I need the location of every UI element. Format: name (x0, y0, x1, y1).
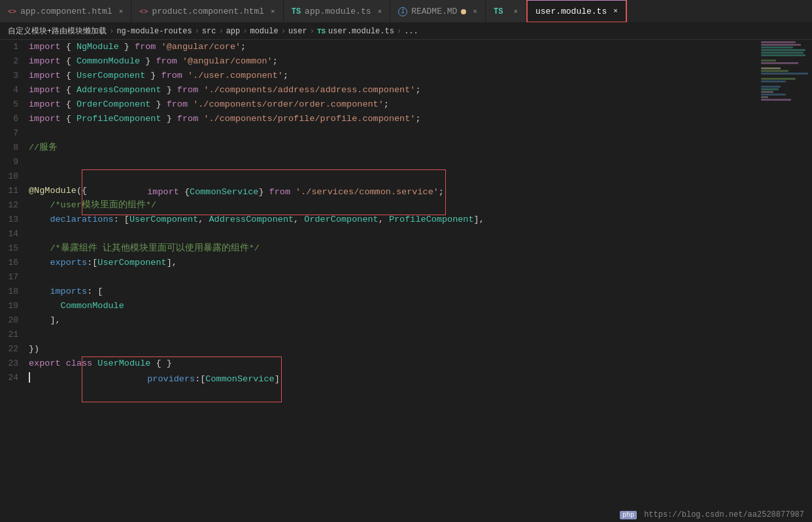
code-line: 22 }) (0, 342, 760, 357)
breadcrumb-sep: › (281, 27, 286, 36)
breadcrumb-sep: › (218, 27, 223, 36)
code-line: 16 exports:[UserComponent], (0, 256, 760, 270)
code-line: 5 import { OrderComponent } from './comp… (0, 97, 760, 112)
tab-bar: <> app.component.html × <> product.compo… (0, 0, 812, 23)
tab-user-module-ts[interactable]: user.module.ts × (526, 0, 627, 23)
line-content: import { AddressComponent } from './comp… (24, 83, 760, 97)
line-content: ], (24, 313, 760, 328)
breadcrumb-item: module (250, 27, 278, 36)
code-line: 8 //服务 (0, 141, 760, 155)
mini-line (761, 99, 791, 101)
code-line: 15 /*暴露组件 让其他模块里面可以使用暴露的组件*/ (0, 241, 760, 256)
code-line-highlighted: 9 import {CommonService} from './service… (0, 155, 760, 169)
breadcrumb-ellipsis: ... (404, 27, 418, 36)
mini-line (761, 49, 805, 51)
tab-label: app.module.ts (305, 7, 371, 16)
minimap-inner (760, 40, 812, 103)
close-icon[interactable]: × (513, 8, 518, 16)
mini-line (761, 62, 798, 64)
line-content: }) (24, 342, 760, 357)
breadcrumb-item: user.module.ts (328, 27, 394, 36)
tab-label: README.MD (411, 7, 457, 16)
breadcrumb: 自定义模块+路由模块懒加载 › ng-module-routes › src ›… (0, 23, 812, 40)
line-content (24, 227, 760, 241)
code-area[interactable]: 1 import { NgModule } from '@angular/cor… (0, 40, 760, 522)
breadcrumb-text: 自定义模块+路由模块懒加载 (8, 26, 107, 37)
line-content (24, 270, 760, 285)
code-line: 14 (0, 227, 760, 241)
breadcrumb-item: app (226, 27, 241, 36)
code-line-providers: 21 providers:[CommonService] (0, 328, 760, 342)
mini-line (761, 60, 776, 61)
tab-app-component-html[interactable]: <> app.component.html × (0, 0, 131, 23)
html-icon: <> (8, 8, 16, 16)
breadcrumb-item: ng-module-routes (116, 27, 192, 36)
line-content: import { NgModule } from '@angular/core'… (24, 40, 760, 54)
tab-product-component-html[interactable]: <> product.component.html × (131, 0, 283, 23)
line-content: /*暴露组件 让其他模块里面可以使用暴露的组件*/ (24, 241, 760, 256)
breadcrumb-sep: › (310, 27, 314, 36)
tab-label: user.module.ts (535, 7, 607, 16)
line-content: import { OrderComponent } from './compon… (24, 97, 760, 112)
tab-readme-md[interactable]: i README.MD × (390, 0, 486, 23)
watermark-url: https://blog.csdn.net/aa2528877987 (644, 510, 804, 519)
mini-line (761, 54, 805, 56)
modified-dot (461, 9, 466, 14)
code-line: 3 import { UserComponent } from './user.… (0, 69, 760, 83)
line-number: 16 (0, 256, 24, 270)
line-content: exports:[UserComponent], (24, 256, 760, 270)
line-number: 1 (0, 40, 24, 54)
close-icon[interactable]: × (378, 8, 382, 16)
code-line: 4 import { AddressComponent } from './co… (0, 83, 760, 97)
code-line: 6 import { ProfileComponent } from './co… (0, 112, 760, 126)
close-icon[interactable]: × (119, 8, 124, 16)
line-number: 6 (0, 112, 24, 126)
code-line: 19 CommonModule (0, 299, 760, 313)
code-line: 20 ], (0, 313, 760, 328)
mini-line (761, 86, 781, 88)
line-content: import { UserComponent } from './user.co… (24, 69, 760, 83)
code-line: 18 imports: [ (0, 285, 760, 299)
breadcrumb-item: TS (317, 27, 326, 35)
watermark: php https://blog.csdn.net/aa2528877987 (620, 510, 804, 519)
line-content: imports: [ (24, 285, 760, 299)
breadcrumb-sep: › (243, 27, 247, 36)
line-number: 15 (0, 241, 24, 256)
breadcrumb-sep: › (195, 27, 199, 36)
line-number: 3 (0, 69, 24, 83)
mini-line (761, 78, 796, 80)
mini-line (761, 80, 786, 82)
breadcrumb-sep: › (109, 27, 114, 36)
breadcrumb-item: user (288, 27, 307, 36)
close-icon[interactable]: × (613, 7, 618, 15)
line-content: providers:[CommonService] (24, 328, 760, 342)
line-content: import { ProfileComponent } from './comp… (24, 112, 760, 126)
code-line: 17 (0, 270, 760, 285)
close-icon[interactable]: × (473, 8, 477, 16)
mini-line (761, 44, 801, 46)
line-number: 19 (0, 299, 24, 313)
line-number: 18 (0, 285, 24, 299)
line-number: 13 (0, 213, 24, 227)
code-line: 2 import { CommonModule } from '@angular… (0, 54, 760, 69)
editor-container: 1 import { NgModule } from '@angular/cor… (0, 40, 812, 522)
code-line: 7 (0, 126, 760, 141)
code-line: 1 import { NgModule } from '@angular/cor… (0, 40, 760, 54)
line-content: CommonModule (24, 299, 760, 313)
line-content (24, 126, 760, 141)
tab-ts-extra[interactable]: TS × (486, 0, 526, 23)
line-number: 4 (0, 83, 24, 97)
line-number: 17 (0, 270, 24, 285)
line-number: 2 (0, 54, 24, 69)
mini-line (761, 96, 768, 98)
info-icon: i (398, 7, 407, 16)
line-number: 20 (0, 313, 24, 328)
tab-app-module-ts[interactable]: TS app.module.ts × (284, 0, 390, 23)
line-number: 10 (0, 169, 24, 184)
breadcrumb-item: src (202, 27, 216, 36)
line-number: 23 (0, 357, 24, 371)
close-icon[interactable]: × (271, 8, 275, 16)
minimap (760, 40, 812, 522)
line-number: 24 (0, 371, 24, 385)
mini-line (761, 73, 808, 75)
